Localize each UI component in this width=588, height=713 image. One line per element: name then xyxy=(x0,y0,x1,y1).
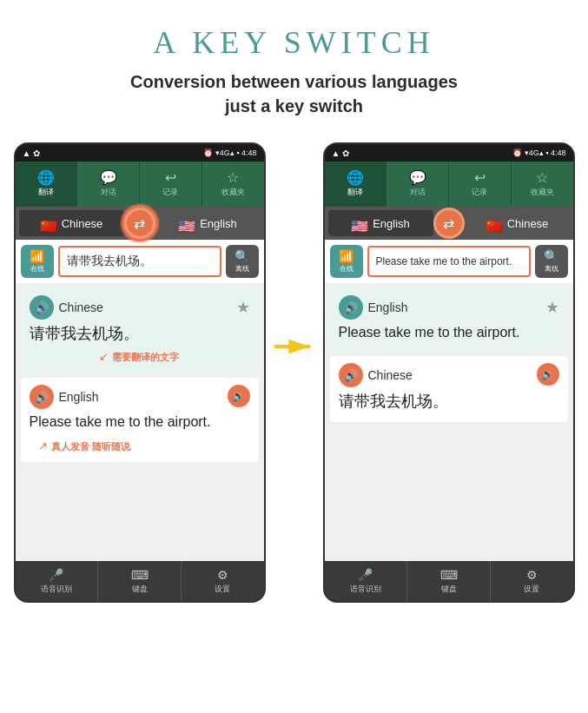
speaker-symbol-right-2: 🔊 xyxy=(344,369,358,382)
wifi-icon-symbol-right: 📶 xyxy=(339,249,353,263)
result-card-chinese-right: 🔊 Chinese 🔉 请带我去机场。 xyxy=(330,356,568,421)
tab-history-left[interactable]: ↩ 记录 xyxy=(140,162,202,207)
search-offline-right[interactable]: 🔍 离线 xyxy=(535,245,568,278)
status-bar-left: ▲ ✿ ⏰ ▾4G▴ ▪ 4:48 xyxy=(16,144,264,162)
favorite-star-right-1[interactable]: ★ xyxy=(545,298,559,317)
direction-arrow xyxy=(273,333,316,360)
search-icon-left: 🔍 xyxy=(235,249,249,263)
bottom-settings-left[interactable]: ⚙ 设置 xyxy=(182,561,264,601)
results-area-left: 🔊 Chinese ★ 请带我去机场。 ↙ 需要翻译的文字 🔊 xyxy=(16,283,264,561)
keyboard-icon-left: ⌨ xyxy=(131,568,149,582)
result-text-english: Please take me to the airport. xyxy=(30,413,250,432)
chinese-flag: 🇨🇳 xyxy=(40,218,57,229)
mic-icon-right: 🎤 xyxy=(358,568,373,582)
volume-icon-right: 🔉 xyxy=(541,368,554,380)
chat-icon-right: 💬 xyxy=(409,171,426,185)
chinese-flag-right: 🇨🇳 xyxy=(486,218,503,229)
result-card-chinese-left: 🔊 Chinese ★ 请带我去机场。 ↙ 需要翻译的文字 xyxy=(21,288,259,373)
lang-chinese-btn-right[interactable]: 🇨🇳 Chinese xyxy=(465,210,570,236)
lang-chinese-btn[interactable]: 🇨🇳 Chinese xyxy=(19,210,124,236)
speaker-icon-right-2[interactable]: 🔊 xyxy=(339,363,363,387)
results-area-right: 🔊 English ★ Please take me to the airpor… xyxy=(325,283,573,561)
bottom-nav-right: 🎤 语音识别 ⌨ 键盘 ⚙ 设置 xyxy=(325,561,573,601)
wifi-online-right[interactable]: 📶 在线 xyxy=(330,245,363,278)
star-tab-icon-right: ☆ xyxy=(536,171,548,185)
speaker-symbol-right-1: 🔊 xyxy=(344,301,358,314)
annotation-2: ↗ 真人发音 随听随说 xyxy=(38,438,250,453)
input-box-left[interactable]: 请带我去机场。 xyxy=(58,246,221,277)
keyboard-icon-right: ⌨ xyxy=(440,568,458,582)
bottom-settings-right[interactable]: ⚙ 设置 xyxy=(491,561,573,601)
wifi-online-left[interactable]: 📶 在线 xyxy=(21,245,54,278)
volume-btn-left[interactable]: 🔉 xyxy=(228,385,250,407)
wifi-icon-symbol: 📶 xyxy=(30,249,44,263)
search-offline-left[interactable]: 🔍 离线 xyxy=(226,245,259,278)
us-flag: 🇺🇸 xyxy=(178,218,195,229)
bottom-voice-right[interactable]: 🎤 语音识别 xyxy=(325,561,408,601)
result-text-english-right: Please take me to the airport. xyxy=(339,323,559,342)
speaker-symbol-2: 🔊 xyxy=(35,391,49,404)
tab-history-right[interactable]: ↩ 记录 xyxy=(449,162,512,207)
speaker-icon-right-1[interactable]: 🔊 xyxy=(339,295,363,320)
page-title: A KEY SWITCH xyxy=(153,24,435,61)
tab-translate-left[interactable]: 🌐 翻译 xyxy=(16,162,78,207)
tab-favorites-left[interactable]: ☆ 收藏夹 xyxy=(202,162,264,207)
tab-bar-right: 🌐 翻译 💬 对话 ↩ 记录 ☆ 收藏夹 xyxy=(325,162,573,207)
lang-bar-left: 🇨🇳 Chinese ⇄ 🇺🇸 English xyxy=(16,207,264,240)
annotation-1: ↙ 需要翻译的文字 xyxy=(99,348,250,364)
favorite-star-left-1[interactable]: ★ xyxy=(236,298,250,317)
volume-icon: 🔉 xyxy=(232,390,245,402)
speaker-icon-left-1[interactable]: 🔊 xyxy=(30,295,54,320)
tab-favorites-right[interactable]: ☆ 收藏夹 xyxy=(512,162,573,207)
swap-button-left[interactable]: ⇄ xyxy=(124,208,155,239)
bottom-keyboard-right[interactable]: ⌨ 键盘 xyxy=(407,561,491,601)
input-area-left: 📶 在线 请带我去机场。 🔍 离线 xyxy=(16,240,264,283)
swap-button-right[interactable]: ⇄ xyxy=(433,208,465,239)
phone-right: ▲ ✿ ⏰ ▾4G▴ ▪ 4:48 🌐 翻译 💬 对话 ↩ 记录 ☆ 收藏夹 xyxy=(323,142,575,603)
status-bar-right: ▲ ✿ ⏰ ▾4G▴ ▪ 4:48 xyxy=(325,144,573,162)
gear-icon-right: ⚙ xyxy=(526,568,538,582)
result-text-chinese: 请带我去机场。 xyxy=(30,323,250,345)
input-box-right[interactable]: Please take me to the airport. xyxy=(367,246,531,277)
search-icon-right: 🔍 xyxy=(544,249,558,263)
speaker-symbol: 🔊 xyxy=(35,301,49,314)
tab-bar-left: 🌐 翻译 💬 对话 ↩ 记录 ☆ 收藏夹 xyxy=(16,162,264,207)
input-area-right: 📶 在线 Please take me to the airport. 🔍 离线 xyxy=(325,240,573,283)
globe-icon-right: 🌐 xyxy=(347,171,364,185)
phones-container: ▲ ✿ ⏰ ▾4G▴ ▪ 4:48 🌐 翻译 💬 对话 ↩ 记录 ☆ 收藏夹 xyxy=(14,142,575,603)
globe-icon: 🌐 xyxy=(37,171,55,185)
chat-icon: 💬 xyxy=(100,171,117,185)
bottom-keyboard-left[interactable]: ⌨ 键盘 xyxy=(98,561,182,601)
tab-dialog-right[interactable]: 💬 对话 xyxy=(386,162,449,207)
star-tab-icon: ☆ xyxy=(227,171,239,185)
tab-dialog-left[interactable]: 💬 对话 xyxy=(77,162,140,207)
gear-icon-left: ⚙ xyxy=(217,568,228,582)
mic-icon-left: 🎤 xyxy=(49,568,63,582)
history-icon-right: ↩ xyxy=(474,171,486,185)
lang-english-btn[interactable]: 🇺🇸 English xyxy=(155,210,261,236)
swap-icon-right: ⇄ xyxy=(443,215,454,232)
phone-left: ▲ ✿ ⏰ ▾4G▴ ▪ 4:48 🌐 翻译 💬 对话 ↩ 记录 ☆ 收藏夹 xyxy=(14,142,266,603)
lang-bar-right: 🇺🇸 English ⇄ 🇨🇳 Chinese xyxy=(325,207,573,240)
result-card-english-left: 🔊 English 🔉 Please take me to the airpor… xyxy=(21,378,259,461)
us-flag-right: 🇺🇸 xyxy=(351,218,368,229)
volume-btn-right[interactable]: 🔉 xyxy=(537,363,559,386)
swap-icon: ⇄ xyxy=(134,215,145,232)
arrow-container xyxy=(266,333,323,360)
history-icon: ↩ xyxy=(165,171,176,185)
bottom-nav-left: 🎤 语音识别 ⌨ 键盘 ⚙ 设置 xyxy=(16,561,264,601)
tab-translate-right[interactable]: 🌐 翻译 xyxy=(325,162,387,207)
speaker-icon-left-2[interactable]: 🔊 xyxy=(30,385,54,409)
bottom-voice-left[interactable]: 🎤 语音识别 xyxy=(16,561,99,601)
subtitle: Conversion between various languages jus… xyxy=(130,69,458,118)
result-text-chinese-right: 请带我去机场。 xyxy=(339,391,559,413)
result-card-english-right: 🔊 English ★ Please take me to the airpor… xyxy=(330,288,568,351)
lang-english-btn-right[interactable]: 🇺🇸 English xyxy=(328,210,433,236)
